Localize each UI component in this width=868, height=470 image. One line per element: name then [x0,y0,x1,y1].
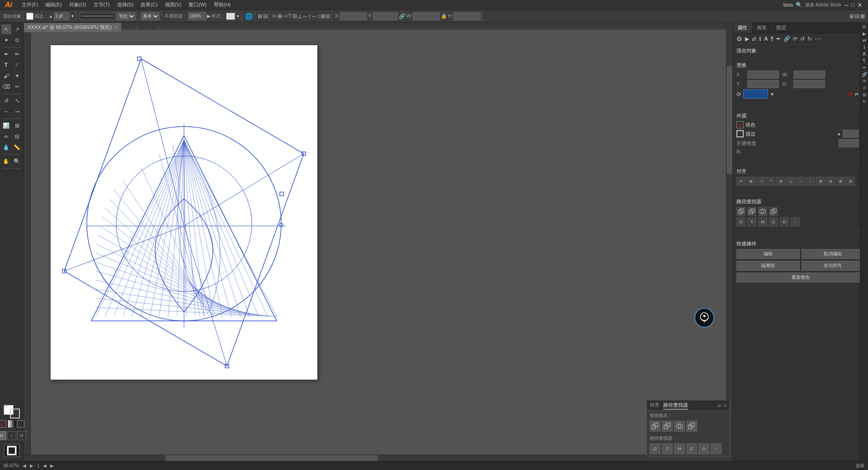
close-btn[interactable]: ✕ [857,1,863,9]
dist-top-btn[interactable]: ⊟ [826,177,835,186]
pf-divide-btn[interactable]: D [736,217,745,226]
opacity-more-btn[interactable]: ▶ [207,14,211,19]
align-v-bottom[interactable]: ⊥ [297,13,302,19]
arrange-icon2[interactable]: ⊟ [855,13,859,19]
menu-window[interactable]: 窗口(W) [185,0,210,10]
btn-save-symbol[interactable]: 存为符号 [802,261,865,271]
stroke-type-select[interactable]: 等比 [117,12,136,20]
settings-icon[interactable]: ⚙ [736,35,742,42]
type-icon[interactable]: A [764,36,768,42]
align-h-right[interactable]: ⊣ [283,13,287,19]
menu-help[interactable]: 帮助(H) [210,0,234,10]
fr-icon4[interactable]: ℹ [863,45,865,50]
pf-f-intersect[interactable] [674,421,685,432]
y-input[interactable]: 392.474 [373,12,398,20]
h-coord-input[interactable]: 800.279 [793,80,825,88]
stroke-up2-icon[interactable]: ▲ [837,132,841,136]
paintbrush-tool[interactable]: 🖌 [1,71,11,81]
fill-color-box[interactable] [26,13,33,20]
next-page-btn[interactable]: ▶ [30,463,33,468]
rotation-input[interactable]: 330° [743,89,768,99]
x-input[interactable]: 553.86 p [340,12,367,20]
circle-arrows-icon[interactable]: ⟳ [793,36,797,42]
tab-brush[interactable]: 画笔 [752,23,772,33]
align-h-left[interactable]: ⊢ [273,13,277,19]
fr-icon11[interactable]: ⊞ [863,92,866,97]
prev-page-btn[interactable]: ◀ [23,463,26,468]
fr-icon10[interactable]: ↺ [863,85,866,90]
redo-icon[interactable]: ↻ [807,36,812,42]
pf-tab-align[interactable]: 对齐 [650,401,660,409]
scale-tool[interactable]: ⤡ [12,96,22,106]
page-prev-btn[interactable]: ◀ [43,463,47,468]
stroke-swatch[interactable] [10,409,20,418]
lasso-tool[interactable]: ⊙ [12,35,22,45]
fr-icon7[interactable]: ✒ [863,65,866,70]
transform-more[interactable]: ⋯ [736,100,864,107]
dist-bottom-btn[interactable]: ⊟ [846,177,855,186]
fr-icon3[interactable]: ⇄ [863,38,866,43]
fr-icon12[interactable]: ↻ [863,99,866,104]
menu-view[interactable]: 视图(V) [161,0,185,10]
pf-p-trim[interactable]: T [662,443,673,454]
w-input[interactable]: 800.281 [413,12,440,20]
pf-collapse-icon[interactable]: ≫ [717,403,722,408]
menu-file[interactable]: 文件(F) [18,0,42,10]
minimize-btn[interactable]: ─ [844,1,849,9]
align-center-v-btn[interactable]: ⊟ [776,177,785,186]
tab-properties[interactable]: 属性 [733,23,752,33]
align-center-h-btn[interactable]: ⊞ [746,177,755,186]
dist-center-h-btn[interactable]: ↕ [806,177,815,186]
zoom-tool[interactable]: 🔍 [12,156,22,166]
y-coord-input[interactable]: 392.474 [747,80,779,88]
maximize-btn[interactable]: □ [851,2,854,8]
dist-left-btn[interactable]: ↔ [796,177,805,186]
tab-layers[interactable]: 图层 [772,23,791,33]
dist-h2[interactable]: ↔ [311,13,317,19]
hand-tool[interactable]: ✋ [1,156,11,166]
stroke-down-icon[interactable]: ▼ [71,14,75,19]
btn-isolate[interactable]: 隔离组 [736,261,800,271]
eyedropper-tool[interactable]: 💧 [1,142,11,152]
pf-p-minus-back[interactable]: − [711,443,722,454]
align-more[interactable]: ⋯ [736,186,864,193]
dist-v[interactable]: ↕ [308,13,311,19]
pencil-tool[interactable]: ✏ [12,49,22,59]
align-v-top[interactable]: ⊤ [288,13,292,19]
transform-icon[interactable]: ⇄ [752,36,756,42]
w-coord-input[interactable]: 800.281 [793,70,825,79]
eraser-tool[interactable]: ⌫ [1,82,11,92]
play-icon[interactable]: ▶ [745,36,749,42]
pf-p-merge[interactable]: M [674,443,685,454]
fr-icon2[interactable]: ▶ [863,31,866,36]
dist-h3[interactable]: ⊞ [321,13,325,19]
menu-edit[interactable]: 编辑(E) [42,0,66,10]
h-scrollbar[interactable] [24,455,732,461]
width-tool[interactable]: ⊸ [12,107,22,117]
fill-indicator[interactable] [736,121,744,128]
measure-tool[interactable]: 📏 [12,142,22,152]
v-scrollbar[interactable] [726,23,732,455]
pf-minus-btn[interactable] [747,207,756,216]
pf-crop-btn[interactable]: C [769,217,778,226]
align-bottom-btn[interactable]: ⊥ [786,177,795,186]
none-swatch2[interactable] [17,420,24,428]
align-right-btn[interactable]: ⊣ [756,177,765,186]
pf-p-outline[interactable]: O [698,443,709,454]
fr-icon6[interactable]: ¶ [863,58,865,63]
fr-icon9[interactable]: ⟳ [863,79,866,84]
menu-effect[interactable]: 效果(C) [137,0,161,10]
fr-icon8[interactable]: 🔗 [862,72,867,77]
dist-h[interactable]: ↔ [302,13,308,19]
btn-recolor[interactable]: 重新着色 [736,273,864,282]
doc-tab-close[interactable]: × [114,24,118,31]
grid2-icon[interactable]: ⊟ [263,13,268,19]
align-top-btn[interactable]: ⊤ [766,177,775,186]
circle-arrows2-icon[interactable]: ↺ [800,36,805,42]
pf-unite-btn[interactable] [736,207,745,216]
dist-v3[interactable]: ⊟ [326,13,330,19]
rotate-tool[interactable]: ↺ [1,96,11,106]
style-down-icon[interactable]: ▼ [236,14,240,19]
menu-text[interactable]: 文字(T) [90,0,113,10]
page-next-btn[interactable]: ▶ [50,463,54,468]
